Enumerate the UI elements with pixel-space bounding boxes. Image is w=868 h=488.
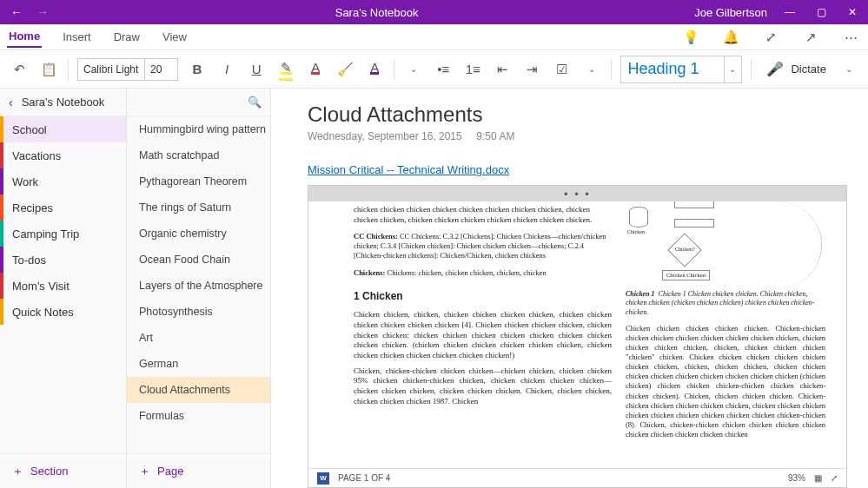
preview-text: CC Chickens: CC Chickens: C.3.2 [Chicken… [354, 232, 612, 260]
chevron-down-icon: ⌄ [845, 64, 852, 74]
page-item[interactable]: Cloud Attachments [127, 377, 270, 403]
page-item[interactable]: Math scratchpad [127, 142, 270, 168]
sections-panel: ‹ Sara's Notebook placeholder SchoolVaca… [0, 89, 127, 488]
maximize-button[interactable]: ▢ [805, 0, 837, 24]
section-item[interactable]: Quick Notes [0, 299, 126, 325]
forward-arrow[interactable]: → [36, 5, 49, 19]
page-item[interactable]: Pythagorean Theorem [127, 168, 270, 195]
preview-text: Chickens: Chickens: chicken, chicken chi… [354, 268, 612, 278]
minimize-button[interactable]: — [774, 0, 805, 24]
section-item[interactable]: Work [0, 168, 126, 195]
back-arrow[interactable]: ← [10, 5, 23, 19]
notebook-header: ‹ Sara's Notebook placeholder [0, 89, 126, 116]
font-size-select[interactable]: 20 [145, 58, 178, 81]
notebook-name: Sara's Notebook [0, 96, 199, 109]
menubar: Home Insert Draw View 💡 🔔 ⤢ ↗ ⋯ [0, 24, 868, 50]
share-icon[interactable]: ↗ [800, 30, 821, 45]
style-select-arrow[interactable]: ⌄ [725, 56, 742, 83]
bold-button[interactable]: B [187, 58, 208, 81]
preview-text: Chicken, chicken-chicken chicken chicken… [354, 366, 612, 407]
word-icon: W [317, 472, 329, 485]
dictate-button[interactable]: 🎤 Dictate ⌄ [759, 61, 858, 77]
fullscreen-preview-icon[interactable]: ⤢ [831, 473, 838, 483]
underline-button[interactable]: U [246, 58, 267, 81]
ribbon: ↶ 📋 Calibri Light 20 B I U ✎ A 🧹 A ⌄ •≡ … [0, 50, 868, 89]
checkbox-button[interactable]: ☑ [552, 58, 573, 81]
page-item[interactable]: Hummingbird wing pattern [127, 116, 270, 142]
preview-text: Chicken chicken, chicken, chicken chicke… [354, 310, 612, 360]
preview-caption: Chicken 1 Chicken 1 Chicken chicken chic… [626, 290, 825, 317]
page-item[interactable]: Photosynthesis [127, 299, 270, 325]
content-area[interactable]: Cloud Attachments Wednesday, September 1… [271, 89, 868, 488]
close-button[interactable]: ✕ [837, 0, 868, 24]
section-list: SchoolVacationsWorkRecipesCamping TripTo… [0, 116, 126, 453]
page-item[interactable]: The rings of Saturn [127, 195, 270, 221]
tags-menu[interactable]: ⌄ [581, 58, 602, 81]
page-title[interactable]: Cloud Attachments [308, 102, 847, 127]
document-preview: • • • chicken chicken chicken chicken ch… [308, 185, 847, 488]
section-item[interactable]: School [0, 116, 126, 142]
zoom-level: 93% [788, 473, 805, 483]
section-item[interactable]: Camping Trip [0, 221, 126, 247]
clipboard-button[interactable]: 📋 [38, 58, 59, 81]
clear-formatting-button[interactable]: 🧹 [335, 58, 355, 81]
lightbulb-icon[interactable]: 💡 [680, 30, 701, 45]
titlebar: ← → Sara's Notebook Joe Gilbertson — ▢ ✕ [0, 0, 868, 24]
page-item[interactable]: Ocean Food Chain [127, 247, 270, 273]
fullscreen-icon[interactable]: ⤢ [760, 30, 781, 45]
outdent-button[interactable]: ⇤ [492, 58, 513, 81]
plus-icon: ＋ [12, 464, 23, 479]
page-item[interactable]: Layers of the Atmosphere [127, 273, 270, 299]
preview-handle[interactable]: • • • [308, 186, 846, 201]
page-item[interactable]: German [127, 351, 270, 377]
page-list: Hummingbird wing patternMath scratchpadP… [127, 116, 270, 453]
more-icon[interactable]: ⋯ [840, 30, 861, 45]
font-name-select[interactable]: Calibri Light [77, 58, 145, 81]
tab-draw[interactable]: Draw [112, 27, 142, 47]
plus-icon: ＋ [139, 464, 150, 479]
preview-text: Chicken chicken chicken chicken chicken.… [626, 324, 825, 439]
page-item[interactable]: Formulas [127, 403, 270, 429]
undo-button[interactable]: ↶ [9, 58, 30, 81]
pages-panel: 🔍 Hummingbird wing patternMath scratchpa… [127, 89, 271, 488]
section-item[interactable]: Recipes [0, 195, 126, 221]
indent-button[interactable]: ⇥ [521, 58, 542, 81]
preview-flowchart: Chicken Chicken? Chicken Chicken [626, 205, 825, 283]
preview-heading: 1 Chicken [354, 290, 612, 304]
dictate-label: Dictate [791, 63, 825, 76]
page-item[interactable]: Organic chemistry [127, 221, 270, 247]
section-item[interactable]: Vacations [0, 142, 126, 168]
section-item[interactable]: To-dos [0, 247, 126, 273]
bullet-list-button[interactable]: •≡ [433, 58, 454, 81]
view-mode-icon[interactable]: ▦ [814, 473, 822, 483]
style-select[interactable]: Heading 1 [620, 56, 725, 83]
tab-home[interactable]: Home [7, 26, 42, 48]
add-section-button[interactable]: ＋Section [0, 453, 126, 488]
tab-view[interactable]: View [161, 27, 189, 47]
font-color-button[interactable]: A [305, 58, 326, 81]
format-painter-button[interactable]: A [364, 58, 385, 81]
page-indicator: PAGE 1 OF 4 [338, 473, 390, 483]
search-icon[interactable]: 🔍 [248, 96, 262, 109]
preview-footer: W PAGE 1 OF 4 93% ▦ ⤢ [308, 468, 846, 487]
user-name[interactable]: Joe Gilbertson [694, 6, 774, 19]
tab-insert[interactable]: Insert [61, 27, 93, 47]
add-page-button[interactable]: ＋Page [127, 453, 270, 488]
numbered-list-button[interactable]: 1≡ [462, 58, 483, 81]
notifications-icon[interactable]: 🔔 [720, 30, 741, 45]
section-item[interactable]: Mom's Visit [0, 273, 126, 299]
microphone-icon: 🎤 [766, 61, 784, 77]
paragraph-menu[interactable]: ⌄ [403, 58, 424, 81]
highlight-button[interactable]: ✎ [275, 58, 296, 81]
italic-button[interactable]: I [216, 58, 237, 81]
page-date: Wednesday, September 16, 2015 9:50 AM [308, 130, 847, 142]
attachment-link[interactable]: Mission Critical -- Technical Writing.do… [308, 163, 847, 176]
page-item[interactable]: Art [127, 325, 270, 351]
window-title: Sara's Notebook [59, 6, 694, 19]
preview-text: chicken chicken chicken chicken chicken … [354, 205, 612, 225]
